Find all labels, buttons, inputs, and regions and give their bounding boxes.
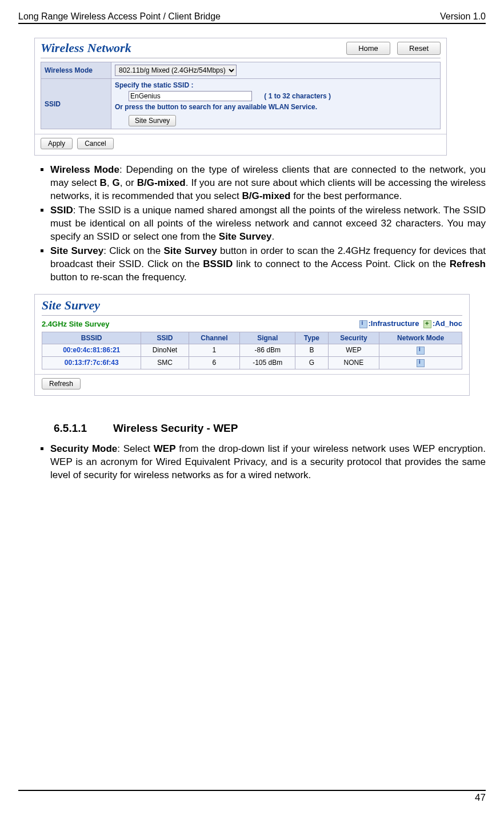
col-bssid: BSSID — [42, 332, 141, 344]
col-network-mode: Network Mode — [379, 332, 462, 344]
site-survey-table: BSSIDSSIDChannelSignalTypeSecurityNetwor… — [42, 332, 462, 369]
reset-button[interactable]: Reset — [397, 42, 441, 55]
site-survey-subtitle: 2.4GHz Site Survey — [42, 320, 110, 328]
section-heading: 6.5.1.1Wireless Security - WEP — [54, 422, 486, 435]
cancel-button[interactable]: Cancel — [77, 138, 113, 149]
description-list-1: Wireless Mode: Depending on the type of … — [37, 164, 486, 284]
wireless-network-title: Wireless Network — [41, 41, 131, 55]
bssid-link[interactable]: 00:13:f7:7c:6f:43 — [65, 359, 119, 367]
site-survey-title: Site Survey — [35, 295, 469, 313]
ssid-specify-text: Specify the static SSID : — [115, 81, 437, 89]
bssid-link[interactable]: 00:e0:4c:81:86:21 — [63, 346, 120, 354]
refresh-button[interactable]: Refresh — [42, 378, 81, 389]
bullet-security-mode: Security Mode: Select WEP from the drop-… — [50, 443, 486, 482]
site-survey-screenshot: Site Survey 2.4GHz Site Survey :Infrastr… — [34, 294, 486, 395]
apply-button[interactable]: Apply — [41, 138, 73, 149]
col-type: Type — [295, 332, 328, 344]
home-button[interactable]: Home — [346, 42, 390, 55]
table-row: 00:13:f7:7c:6f:43SMC6-105 dBmGNONE — [42, 356, 462, 369]
bullet-site-survey: Site Survey: Click on the Site Survey bu… — [50, 245, 486, 284]
bullet-wireless-mode: Wireless Mode: Depending on the type of … — [50, 164, 486, 203]
wireless-mode-label: Wireless Mode — [41, 62, 111, 79]
infrastructure-icon — [359, 320, 367, 328]
infrastructure-icon — [417, 359, 425, 367]
ssid-char-note: ( 1 to 32 characters ) — [264, 92, 331, 100]
wireless-network-screenshot: Wireless Network Home Reset Wireless Mod… — [34, 38, 486, 156]
description-list-2: Security Mode: Select WEP from the drop-… — [37, 443, 486, 482]
infrastructure-icon — [417, 347, 425, 355]
doc-title-left: Long Range Wireless Access Point / Clien… — [18, 11, 221, 22]
site-survey-button[interactable]: Site Survey — [129, 115, 176, 126]
ssid-label: SSID — [41, 79, 111, 129]
wireless-mode-select[interactable]: 802.11b/g Mixed (2.4GHz/54Mbps) — [115, 65, 237, 76]
ssid-input[interactable] — [129, 91, 252, 101]
col-security: Security — [328, 332, 379, 344]
bullet-ssid: SSID: The SSID is a unique named shared … — [50, 204, 486, 244]
page-number: 47 — [475, 792, 486, 803]
adhoc-icon — [423, 320, 431, 328]
ssid-or-text: Or press the button to search for any av… — [115, 103, 437, 111]
col-signal: Signal — [240, 332, 295, 344]
doc-version: Version 1.0 — [440, 11, 486, 22]
col-ssid: SSID — [141, 332, 189, 344]
table-row: 00:e0:4c:81:86:21DinoNet1-86 dBmBWEP — [42, 344, 462, 357]
col-channel: Channel — [189, 332, 240, 344]
